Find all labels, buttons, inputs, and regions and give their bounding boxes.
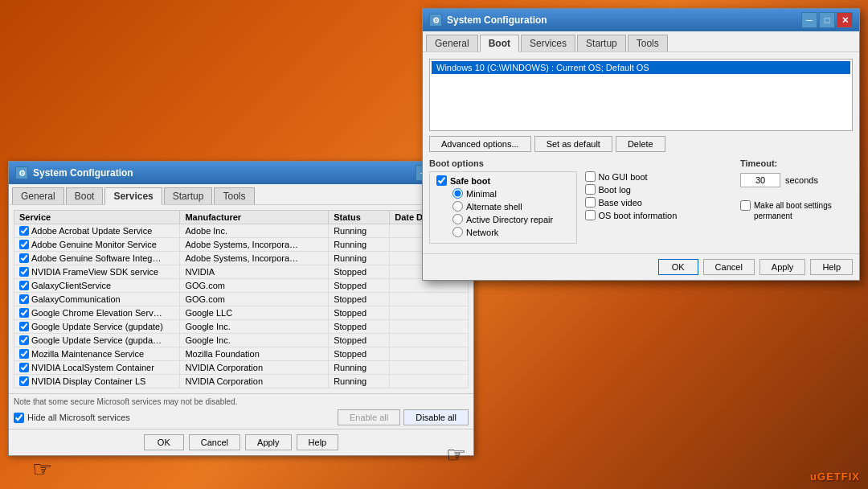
boot-ok-button[interactable]: OK — [658, 259, 698, 275]
alternate-shell-radio[interactable] — [452, 201, 463, 212]
service-checkbox[interactable] — [19, 363, 29, 372]
base-video-checkbox[interactable] — [585, 197, 596, 208]
boot-apply-button[interactable]: Apply — [760, 259, 806, 275]
os-boot-info-checkbox[interactable] — [585, 210, 596, 220]
boot-tab-startup[interactable]: Startup — [577, 35, 626, 51]
table-row[interactable]: Adobe Genuine Software Integri… Adobe Sy… — [14, 252, 469, 265]
advanced-options-button[interactable]: Advanced options... — [429, 136, 531, 152]
active-directory-label: Active Directory repair — [466, 215, 553, 224]
os-boot-info-option[interactable]: OS boot information — [585, 210, 733, 220]
service-checkbox[interactable] — [19, 226, 29, 236]
hide-microsoft-checkbox[interactable] — [14, 413, 24, 423]
active-directory-radio[interactable] — [452, 214, 463, 224]
services-cancel-button[interactable]: Cancel — [189, 434, 240, 450]
safe-boot-checkbox[interactable] — [436, 175, 447, 186]
boot-tab-general[interactable]: General — [426, 35, 478, 51]
service-status: Running — [329, 252, 390, 265]
service-checkbox[interactable] — [19, 376, 29, 386]
boot-tab-tools[interactable]: Tools — [628, 35, 668, 51]
table-row[interactable]: GalaxyClientService GOG.com Stopped — [14, 279, 469, 293]
table-row[interactable]: Google Chrome Elevation Service Google L… — [14, 306, 469, 320]
boot-entry[interactable]: Windows 10 (C:\WINDOWS) : Current OS; De… — [432, 61, 850, 74]
table-row[interactable]: Google Update Service (gupdatem) Google … — [14, 334, 469, 347]
make-permanent-checkbox[interactable] — [740, 200, 751, 211]
service-name-cell[interactable]: GalaxyCommunication — [19, 294, 174, 304]
service-manufacturer: Adobe Inc. — [180, 224, 329, 238]
table-row[interactable]: Adobe Acrobat Update Service Adobe Inc. … — [14, 224, 469, 238]
base-video-option[interactable]: Base video — [585, 197, 733, 208]
tab-general[interactable]: General — [12, 187, 64, 204]
service-checkbox[interactable] — [19, 294, 29, 304]
enable-all-button[interactable]: Enable all — [338, 409, 400, 425]
services-content: Service Manufacturer Status Date Disable… — [9, 205, 473, 393]
tab-services[interactable]: Services — [104, 187, 162, 205]
service-name-cell[interactable]: Adobe Acrobat Update Service — [19, 226, 174, 236]
minimal-radio[interactable] — [452, 188, 463, 199]
service-checkbox[interactable] — [19, 267, 29, 277]
window-icon: ⚙ — [15, 166, 28, 179]
service-manufacturer: Adobe Systems, Incorpora… — [180, 238, 329, 252]
titlebar-left: ⚙ System Configuration — [15, 166, 133, 179]
no-gui-boot-checkbox[interactable] — [585, 171, 596, 182]
services-apply-button[interactable]: Apply — [245, 434, 292, 450]
service-manufacturer: Google Inc. — [180, 334, 329, 347]
hide-microsoft-label[interactable]: Hide all Microsoft services — [14, 413, 130, 423]
service-checkbox[interactable] — [19, 281, 29, 290]
service-name-cell[interactable]: Adobe Genuine Software Integri… — [19, 253, 174, 263]
service-name-cell[interactable]: Google Update Service (gupdate) — [19, 322, 174, 331]
service-status: Stopped — [329, 334, 390, 347]
boot-maximize-button[interactable]: □ — [819, 12, 835, 28]
table-row[interactable]: GalaxyCommunication GOG.com Stopped — [14, 293, 469, 306]
table-row[interactable]: Adobe Genuine Monitor Service Adobe Syst… — [14, 238, 469, 252]
boot-tab-services[interactable]: Services — [521, 35, 575, 51]
service-name-cell[interactable]: Mozilla Maintenance Service — [19, 349, 174, 359]
make-permanent-option[interactable]: Make all boot settings permanent — [740, 200, 853, 221]
minimal-option[interactable]: Minimal — [451, 188, 570, 199]
delete-button[interactable]: Delete — [616, 136, 665, 152]
tab-boot[interactable]: Boot — [66, 187, 104, 204]
services-help-button[interactable]: Help — [297, 434, 339, 450]
service-name: Adobe Genuine Software Integri… — [31, 253, 164, 263]
safe-boot-header: Safe boot — [436, 175, 570, 186]
set-default-button[interactable]: Set as default — [534, 136, 612, 152]
boot-close-button[interactable]: ✕ — [837, 12, 853, 28]
boot-minimize-button[interactable]: ─ — [801, 12, 817, 28]
service-manufacturer: Adobe Systems, Incorpora… — [180, 252, 329, 265]
network-option[interactable]: Network — [451, 227, 570, 237]
active-directory-option[interactable]: Active Directory repair — [451, 214, 570, 224]
services-ok-button[interactable]: OK — [144, 434, 184, 450]
service-name-cell[interactable]: Google Update Service (gupdatem) — [19, 335, 174, 345]
boot-help-button[interactable]: Help — [810, 259, 853, 275]
service-date — [390, 361, 469, 375]
network-radio[interactable] — [452, 227, 463, 237]
boot-list-box[interactable]: Windows 10 (C:\WINDOWS) : Current OS; De… — [429, 59, 853, 131]
table-row[interactable]: NVIDIA Display Container LS NVIDIA Corpo… — [14, 375, 469, 388]
tab-startup[interactable]: Startup — [164, 187, 213, 204]
service-name-cell[interactable]: NVIDIA LocalSystem Container — [19, 363, 174, 372]
service-checkbox[interactable] — [19, 308, 29, 318]
boot-log-checkbox[interactable] — [585, 184, 596, 195]
service-checkbox[interactable] — [19, 253, 29, 263]
table-row[interactable]: Google Update Service (gupdate) Google I… — [14, 320, 469, 334]
table-row[interactable]: Mozilla Maintenance Service Mozilla Foun… — [14, 347, 469, 361]
alternate-shell-option[interactable]: Alternate shell — [451, 201, 570, 212]
service-name-cell[interactable]: NVIDIA FrameView SDK service — [19, 267, 174, 277]
service-name: Adobe Acrobat Update Service — [31, 226, 152, 236]
service-checkbox[interactable] — [19, 349, 29, 359]
table-row[interactable]: NVIDIA LocalSystem Container NVIDIA Corp… — [14, 361, 469, 375]
table-row[interactable]: NVIDIA FrameView SDK service NVIDIA Stop… — [14, 265, 469, 279]
tab-tools[interactable]: Tools — [214, 187, 254, 204]
service-name-cell[interactable]: Adobe Genuine Monitor Service — [19, 240, 174, 249]
service-checkbox[interactable] — [19, 240, 29, 249]
service-checkbox[interactable] — [19, 322, 29, 331]
service-name-cell[interactable]: NVIDIA Display Container LS — [19, 376, 174, 386]
disable-all-button[interactable]: Disable all — [403, 409, 469, 425]
service-name-cell[interactable]: Google Chrome Elevation Service — [19, 308, 174, 318]
no-gui-boot-option[interactable]: No GUI boot — [585, 171, 733, 182]
service-name-cell[interactable]: GalaxyClientService — [19, 281, 174, 290]
timeout-input[interactable]: 30 — [740, 173, 780, 187]
service-checkbox[interactable] — [19, 335, 29, 345]
boot-cancel-button[interactable]: Cancel — [703, 259, 755, 275]
boot-log-option[interactable]: Boot log — [585, 184, 733, 195]
boot-tab-boot[interactable]: Boot — [480, 35, 519, 52]
